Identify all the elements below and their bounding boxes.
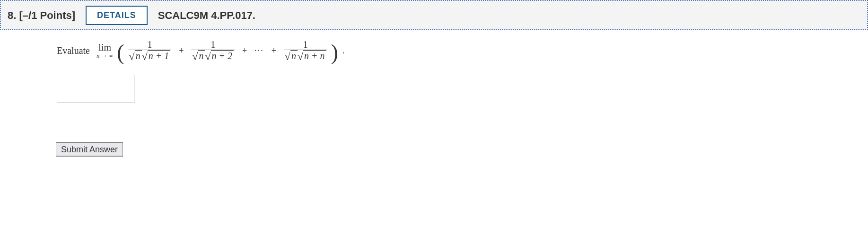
submit-answer-button[interactable]: Submit Answer bbox=[56, 142, 123, 157]
term-1-num: 1 bbox=[146, 39, 153, 50]
details-button[interactable]: DETAILS bbox=[86, 6, 148, 25]
answer-input[interactable] bbox=[57, 75, 134, 103]
term-2-inner: n + 2 bbox=[211, 50, 234, 61]
limit-text: lim bbox=[98, 43, 111, 52]
question-number: 8. bbox=[8, 9, 16, 21]
prompt-prefix: Evaluate bbox=[57, 45, 93, 56]
submit-bar: Submit Answer bbox=[56, 142, 134, 157]
question-code: SCALC9M 4.PP.017. bbox=[158, 9, 255, 22]
limit-subscript: n → ∞ bbox=[96, 52, 113, 59]
prompt-expression: Evaluate lim n → ∞ ( 1 √n√n + 1 + 1 √n√n… bbox=[57, 39, 858, 62]
question-body: Evaluate lim n → ∞ ( 1 √n√n + 1 + 1 √n√n… bbox=[0, 30, 868, 116]
ellipsis: ··· bbox=[254, 46, 265, 56]
close-paren: ) bbox=[331, 46, 338, 59]
plus-2: + bbox=[238, 46, 251, 56]
plus-3: + bbox=[268, 46, 280, 56]
term-n-den: √n√n + n bbox=[284, 50, 327, 62]
plus-1: + bbox=[175, 46, 187, 56]
term-n-num: 1 bbox=[302, 39, 309, 50]
term-1-inner: n + 1 bbox=[148, 50, 171, 61]
limit-operator: lim n → ∞ bbox=[96, 43, 114, 59]
question-number-points: 8. [–/1 Points] bbox=[8, 9, 75, 22]
period: . bbox=[341, 46, 345, 56]
term-2: 1 √n√n + 2 bbox=[190, 39, 236, 62]
question-header: 8. [–/1 Points] DETAILS SCALC9M 4.PP.017… bbox=[0, 0, 868, 30]
term-1-den: √n√n + 1 bbox=[128, 50, 172, 62]
term-n-outer-var: n bbox=[290, 50, 298, 61]
term-n: 1 √n√n + n bbox=[283, 39, 328, 62]
term-2-num: 1 bbox=[210, 39, 216, 50]
term-2-den: √n√n + 2 bbox=[191, 50, 235, 62]
open-paren: ( bbox=[117, 46, 124, 59]
term-1: 1 √n√n + 1 bbox=[127, 39, 173, 62]
term-n-inner: n + n bbox=[303, 50, 326, 61]
question-points: [–/1 Points] bbox=[19, 9, 75, 21]
term-2-outer-var: n bbox=[198, 50, 205, 61]
term-1-outer-var: n bbox=[135, 50, 142, 61]
